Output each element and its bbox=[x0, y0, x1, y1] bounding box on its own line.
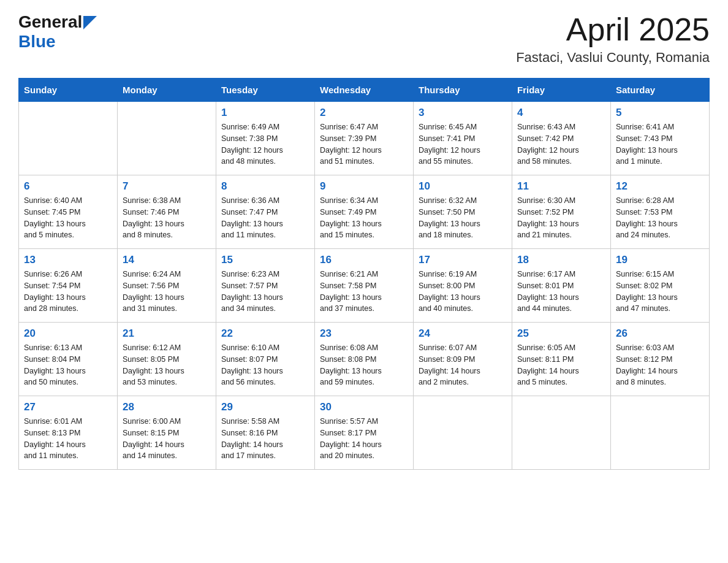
day-info: Sunrise: 6:21 AM Sunset: 7:58 PM Dayligh… bbox=[320, 269, 408, 315]
day-number: 6 bbox=[24, 180, 112, 193]
day-info: Sunrise: 6:28 AM Sunset: 7:53 PM Dayligh… bbox=[616, 195, 704, 241]
day-number: 12 bbox=[616, 180, 704, 193]
calendar-cell: 18Sunrise: 6:17 AM Sunset: 8:01 PM Dayli… bbox=[512, 249, 611, 323]
day-info: Sunrise: 6:08 AM Sunset: 8:08 PM Dayligh… bbox=[320, 342, 408, 388]
day-number: 7 bbox=[123, 180, 211, 193]
calendar-header-wednesday: Wednesday bbox=[315, 79, 414, 102]
day-info: Sunrise: 6:26 AM Sunset: 7:54 PM Dayligh… bbox=[24, 269, 112, 315]
day-number: 22 bbox=[221, 327, 309, 340]
day-info: Sunrise: 6:49 AM Sunset: 7:38 PM Dayligh… bbox=[221, 121, 309, 167]
week-row-4: 20Sunrise: 6:13 AM Sunset: 8:04 PM Dayli… bbox=[19, 323, 710, 396]
calendar-cell: 19Sunrise: 6:15 AM Sunset: 8:02 PM Dayli… bbox=[611, 249, 710, 323]
page-header: General Blue April 2025 Fastaci, Vaslui … bbox=[18, 12, 710, 66]
day-number: 14 bbox=[123, 254, 211, 266]
day-number: 4 bbox=[517, 107, 605, 119]
calendar-cell: 30Sunrise: 5:57 AM Sunset: 8:17 PM Dayli… bbox=[315, 396, 414, 470]
day-number: 3 bbox=[419, 107, 507, 119]
day-number: 20 bbox=[24, 327, 112, 340]
logo-triangle-icon bbox=[83, 16, 97, 29]
day-info: Sunrise: 6:05 AM Sunset: 8:11 PM Dayligh… bbox=[517, 342, 605, 388]
calendar-cell: 13Sunrise: 6:26 AM Sunset: 7:54 PM Dayli… bbox=[19, 249, 118, 323]
calendar-cell: 7Sunrise: 6:38 AM Sunset: 7:46 PM Daylig… bbox=[118, 175, 216, 249]
day-number: 13 bbox=[24, 254, 112, 266]
day-number: 28 bbox=[123, 401, 211, 413]
calendar-cell: 10Sunrise: 6:32 AM Sunset: 7:50 PM Dayli… bbox=[414, 175, 512, 249]
calendar-cell: 25Sunrise: 6:05 AM Sunset: 8:11 PM Dayli… bbox=[512, 323, 611, 396]
title-section: April 2025 Fastaci, Vaslui County, Roman… bbox=[516, 12, 710, 66]
calendar-cell: 16Sunrise: 6:21 AM Sunset: 7:58 PM Dayli… bbox=[315, 249, 414, 323]
day-number: 19 bbox=[616, 254, 704, 266]
week-row-1: 1Sunrise: 6:49 AM Sunset: 7:38 PM Daylig… bbox=[19, 102, 710, 175]
calendar-header-thursday: Thursday bbox=[414, 79, 512, 102]
day-info: Sunrise: 6:34 AM Sunset: 7:49 PM Dayligh… bbox=[320, 195, 408, 241]
day-number: 27 bbox=[24, 401, 112, 413]
calendar-cell bbox=[118, 102, 216, 175]
week-row-3: 13Sunrise: 6:26 AM Sunset: 7:54 PM Dayli… bbox=[19, 249, 710, 323]
day-info: Sunrise: 6:07 AM Sunset: 8:09 PM Dayligh… bbox=[419, 342, 507, 388]
day-number: 29 bbox=[221, 401, 309, 413]
calendar-cell: 17Sunrise: 6:19 AM Sunset: 8:00 PM Dayli… bbox=[414, 249, 512, 323]
calendar-cell: 21Sunrise: 6:12 AM Sunset: 8:05 PM Dayli… bbox=[118, 323, 216, 396]
day-info: Sunrise: 6:15 AM Sunset: 8:02 PM Dayligh… bbox=[616, 269, 704, 315]
day-number: 21 bbox=[123, 327, 211, 340]
day-number: 11 bbox=[517, 180, 605, 193]
day-number: 17 bbox=[419, 254, 507, 266]
day-number: 5 bbox=[616, 107, 704, 119]
calendar-cell: 27Sunrise: 6:01 AM Sunset: 8:13 PM Dayli… bbox=[19, 396, 118, 470]
day-info: Sunrise: 6:45 AM Sunset: 7:41 PM Dayligh… bbox=[419, 121, 507, 167]
calendar-header-sunday: Sunday bbox=[19, 79, 118, 102]
day-info: Sunrise: 6:19 AM Sunset: 8:00 PM Dayligh… bbox=[419, 269, 507, 315]
calendar-cell: 12Sunrise: 6:28 AM Sunset: 7:53 PM Dayli… bbox=[611, 175, 710, 249]
day-info: Sunrise: 6:03 AM Sunset: 8:12 PM Dayligh… bbox=[616, 342, 704, 388]
calendar-cell bbox=[414, 396, 512, 470]
day-info: Sunrise: 6:38 AM Sunset: 7:46 PM Dayligh… bbox=[123, 195, 211, 241]
calendar-cell: 20Sunrise: 6:13 AM Sunset: 8:04 PM Dayli… bbox=[19, 323, 118, 396]
day-info: Sunrise: 6:12 AM Sunset: 8:05 PM Dayligh… bbox=[123, 342, 211, 388]
day-info: Sunrise: 6:30 AM Sunset: 7:52 PM Dayligh… bbox=[517, 195, 605, 241]
calendar-cell: 22Sunrise: 6:10 AM Sunset: 8:07 PM Dayli… bbox=[216, 323, 315, 396]
calendar-cell: 26Sunrise: 6:03 AM Sunset: 8:12 PM Dayli… bbox=[611, 323, 710, 396]
day-info: Sunrise: 6:32 AM Sunset: 7:50 PM Dayligh… bbox=[419, 195, 507, 241]
day-number: 2 bbox=[320, 107, 408, 119]
calendar-cell: 11Sunrise: 6:30 AM Sunset: 7:52 PM Dayli… bbox=[512, 175, 611, 249]
day-number: 26 bbox=[616, 327, 704, 340]
calendar-header-monday: Monday bbox=[118, 79, 216, 102]
calendar-header-friday: Friday bbox=[512, 79, 611, 102]
day-info: Sunrise: 6:13 AM Sunset: 8:04 PM Dayligh… bbox=[24, 342, 112, 388]
day-number: 24 bbox=[419, 327, 507, 340]
day-number: 10 bbox=[419, 180, 507, 193]
day-number: 9 bbox=[320, 180, 408, 193]
calendar-cell: 6Sunrise: 6:40 AM Sunset: 7:45 PM Daylig… bbox=[19, 175, 118, 249]
calendar-cell: 1Sunrise: 6:49 AM Sunset: 7:38 PM Daylig… bbox=[216, 102, 315, 175]
day-number: 18 bbox=[517, 254, 605, 266]
day-number: 23 bbox=[320, 327, 408, 340]
day-number: 8 bbox=[221, 180, 309, 193]
calendar-cell: 3Sunrise: 6:45 AM Sunset: 7:41 PM Daylig… bbox=[414, 102, 512, 175]
calendar-cell: 14Sunrise: 6:24 AM Sunset: 7:56 PM Dayli… bbox=[118, 249, 216, 323]
day-info: Sunrise: 6:17 AM Sunset: 8:01 PM Dayligh… bbox=[517, 269, 605, 315]
calendar-cell: 4Sunrise: 6:43 AM Sunset: 7:42 PM Daylig… bbox=[512, 102, 611, 175]
day-info: Sunrise: 6:00 AM Sunset: 8:15 PM Dayligh… bbox=[123, 416, 211, 462]
week-row-2: 6Sunrise: 6:40 AM Sunset: 7:45 PM Daylig… bbox=[19, 175, 710, 249]
calendar-cell bbox=[512, 396, 611, 470]
location-title: Fastaci, Vaslui County, Romania bbox=[516, 50, 710, 66]
logo-blue-text: Blue bbox=[18, 32, 56, 51]
day-info: Sunrise: 6:36 AM Sunset: 7:47 PM Dayligh… bbox=[221, 195, 309, 241]
calendar-header-tuesday: Tuesday bbox=[216, 79, 315, 102]
day-info: Sunrise: 6:43 AM Sunset: 7:42 PM Dayligh… bbox=[517, 121, 605, 167]
calendar-cell: 2Sunrise: 6:47 AM Sunset: 7:39 PM Daylig… bbox=[315, 102, 414, 175]
calendar-cell: 8Sunrise: 6:36 AM Sunset: 7:47 PM Daylig… bbox=[216, 175, 315, 249]
calendar-cell: 23Sunrise: 6:08 AM Sunset: 8:08 PM Dayli… bbox=[315, 323, 414, 396]
calendar-cell: 29Sunrise: 5:58 AM Sunset: 8:16 PM Dayli… bbox=[216, 396, 315, 470]
calendar-cell bbox=[611, 396, 710, 470]
calendar-cell: 15Sunrise: 6:23 AM Sunset: 7:57 PM Dayli… bbox=[216, 249, 315, 323]
day-number: 30 bbox=[320, 401, 408, 413]
day-info: Sunrise: 6:10 AM Sunset: 8:07 PM Dayligh… bbox=[221, 342, 309, 388]
calendar-table: SundayMondayTuesdayWednesdayThursdayFrid… bbox=[18, 78, 710, 470]
day-number: 1 bbox=[221, 107, 309, 119]
day-number: 25 bbox=[517, 327, 605, 340]
week-row-5: 27Sunrise: 6:01 AM Sunset: 8:13 PM Dayli… bbox=[19, 396, 710, 470]
calendar-cell: 28Sunrise: 6:00 AM Sunset: 8:15 PM Dayli… bbox=[118, 396, 216, 470]
month-title: April 2025 bbox=[516, 12, 710, 47]
day-number: 15 bbox=[221, 254, 309, 266]
